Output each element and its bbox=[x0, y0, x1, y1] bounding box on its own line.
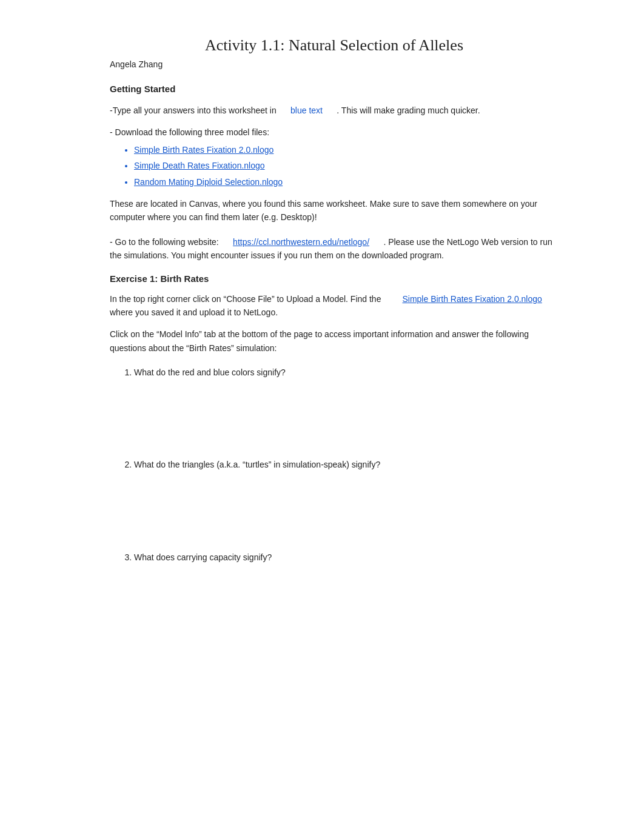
page-title: Activity 1.1: Natural Selection of Allel… bbox=[110, 36, 558, 55]
page-container: Activity 1.1: Natural Selection of Allel… bbox=[61, 0, 583, 637]
download-section: - Download the following three model fil… bbox=[110, 126, 558, 189]
file-link-3[interactable]: Random Mating Diploid Selection.nlogo bbox=[134, 177, 283, 187]
instruction1-prefix: -Type all your answers into this workshe… bbox=[110, 106, 277, 115]
question-2: What do the triangles (a.k.a. “turtles” … bbox=[134, 458, 558, 471]
download-list: Simple Birth Rates Fixation 2.0.nlogo Si… bbox=[110, 143, 558, 189]
question-1: What do the red and blue colors signify? bbox=[134, 366, 558, 379]
upload-file-link[interactable]: Simple Birth Rates Fixation 2.0.nlogo bbox=[402, 294, 542, 304]
blue-text-label: blue text bbox=[290, 106, 323, 115]
instruction2-text: - Download the following three model fil… bbox=[110, 127, 269, 137]
getting-started-heading: Getting Started bbox=[110, 84, 558, 94]
file-link-1[interactable]: Simple Birth Rates Fixation 2.0.nlogo bbox=[134, 145, 273, 155]
question-2-text: What do the triangles (a.k.a. “turtles” … bbox=[134, 460, 380, 469]
website-prefix: - Go to the following website: bbox=[110, 237, 219, 247]
question-3: What does carrying capacity signify? bbox=[134, 551, 558, 564]
questions-list: What do the red and blue colors signify?… bbox=[110, 366, 558, 564]
blue-text-instruction: -Type all your answers into this workshe… bbox=[110, 104, 558, 117]
file-link-2[interactable]: Simple Death Rates Fixation.nlogo bbox=[134, 161, 265, 170]
website-url-link[interactable]: https://ccl.northwestern.edu/netlogo/ bbox=[233, 237, 369, 247]
model-info-instruction: Click on the “Model Info” tab at the bot… bbox=[110, 327, 558, 355]
question-1-text: What do the red and blue colors signify? bbox=[134, 367, 286, 377]
author-name: Angela Zhang bbox=[110, 59, 558, 69]
question-3-text: What does carrying capacity signify? bbox=[134, 552, 272, 562]
list-item: Simple Death Rates Fixation.nlogo bbox=[134, 159, 558, 172]
upload-suffix: where you saved it and upload it to NetL… bbox=[110, 307, 278, 317]
instruction1-suffix: . This will make grading much quicker. bbox=[337, 106, 480, 115]
upload-prefix: In the top right corner click on “Choose… bbox=[110, 294, 381, 304]
website-instruction: - Go to the following website: https://c… bbox=[110, 235, 558, 263]
canvas-note: These are located in Canvas, where you f… bbox=[110, 197, 558, 224]
exercise1-heading: Exercise 1: Birth Rates bbox=[110, 273, 558, 284]
list-item: Random Mating Diploid Selection.nlogo bbox=[134, 175, 558, 189]
upload-instruction: In the top right corner click on “Choose… bbox=[110, 292, 558, 320]
list-item: Simple Birth Rates Fixation 2.0.nlogo bbox=[134, 143, 558, 156]
